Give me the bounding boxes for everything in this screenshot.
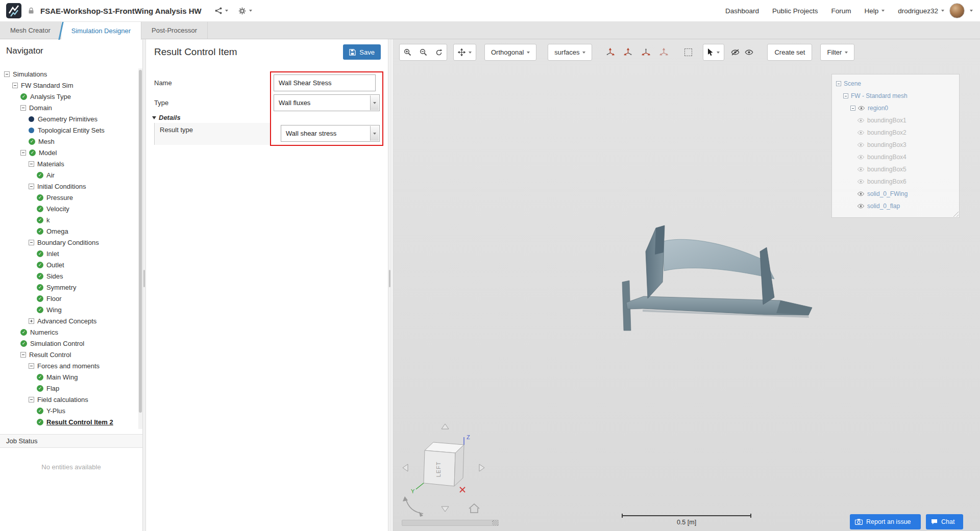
nav-tree-item-domain[interactable]: Domain: [0, 102, 138, 113]
nav-tree-item-field-calculations[interactable]: Field calculations: [0, 394, 138, 405]
scrollbar-thumb[interactable]: [139, 70, 142, 413]
chat-button[interactable]: Chat: [926, 514, 963, 529]
tree-expander-icon[interactable]: [29, 184, 34, 189]
type-select[interactable]: Wall fluxes: [274, 94, 380, 111]
select-arrow-icon[interactable]: [370, 126, 379, 141]
nav-tree-item-air[interactable]: ✓Air: [0, 169, 138, 181]
nav-tree-item-result-control[interactable]: Result Control: [0, 349, 138, 360]
home-view-icon[interactable]: [469, 504, 479, 513]
zoom-out-icon[interactable]: [415, 44, 431, 60]
nav-tree-item-result-control-item-2[interactable]: ✓Result Control Item 2: [0, 416, 138, 427]
orientation-cube[interactable]: LEFT Z Y: [397, 421, 494, 525]
tree-expander-icon[interactable]: [20, 105, 26, 111]
tree-expander-icon[interactable]: [20, 352, 26, 358]
topnav-dashboard[interactable]: Dashboard: [725, 7, 759, 15]
viewer-3d[interactable]: Orthogonal surfaces: [393, 39, 980, 531]
topnav-forum[interactable]: Forum: [831, 7, 851, 15]
viewer-horizontal-scrollbar[interactable]: [402, 520, 499, 526]
nav-tree-item-topological-entity-sets[interactable]: Topological Entity Sets: [0, 124, 138, 136]
nav-tree-item-wing[interactable]: ✓Wing: [0, 304, 138, 315]
tree-expander-icon[interactable]: [29, 363, 34, 369]
share-button[interactable]: [215, 7, 228, 14]
nav-tree-item-simulations[interactable]: Simulations: [0, 68, 138, 80]
nav-tree-item-flap[interactable]: ✓Flap: [0, 383, 138, 394]
rotate-left-arrow[interactable]: [403, 464, 408, 471]
cursor-tool-icon[interactable]: [703, 44, 724, 60]
visibility-eye-icon[interactable]: [857, 167, 864, 172]
box-select-icon[interactable]: [682, 44, 695, 61]
details-section-toggle[interactable]: Details: [152, 114, 181, 121]
navigator-scrollbar[interactable]: [138, 68, 142, 429]
nav-tree-item-k[interactable]: ✓k: [0, 214, 138, 225]
splitter-left[interactable]: [142, 39, 146, 531]
rotate-cw-arrow[interactable]: [406, 498, 423, 514]
nav-tree-item-materials[interactable]: Materials: [0, 158, 138, 169]
create-set-button[interactable]: Create set: [768, 44, 812, 60]
scene-tree-item-boundingbox5[interactable]: boundingBox5: [834, 163, 957, 175]
rotate-up-arrow[interactable]: [442, 424, 449, 429]
rotate-down-arrow[interactable]: [442, 507, 449, 512]
tab-mesh-creator[interactable]: Mesh Creator: [0, 22, 61, 39]
nav-tree-item-model[interactable]: ✓Model: [0, 147, 138, 158]
scene-tree-item-solid-0-fwing[interactable]: solid_0_FWing: [834, 188, 957, 200]
scene-tree-item-boundingbox6[interactable]: boundingBox6: [834, 175, 957, 188]
settings-gear-button[interactable]: [238, 7, 252, 15]
tree-expander-icon[interactable]: [29, 240, 34, 245]
nav-tree-item-omega[interactable]: ✓Omega: [0, 225, 138, 237]
nav-tree-item-initial-conditions[interactable]: Initial Conditions: [0, 181, 138, 192]
tree-expander-icon[interactable]: [836, 81, 841, 86]
refresh-icon[interactable]: [431, 44, 447, 60]
nav-tree-item-fw-standard-sim[interactable]: FW Standard Sim: [0, 80, 138, 91]
tree-expander-icon[interactable]: [20, 150, 26, 156]
nav-tree-item-main-wing[interactable]: ✓Main Wing: [0, 371, 138, 383]
visibility-eye-icon[interactable]: [857, 130, 864, 135]
axes-triad-1-icon[interactable]: [603, 44, 617, 61]
tree-expander-icon[interactable]: [29, 397, 34, 402]
topnav-public-projects[interactable]: Public Projects: [772, 7, 818, 15]
hide-eye-icon[interactable]: [728, 44, 742, 61]
nav-tree-item-inlet[interactable]: ✓Inlet: [0, 248, 138, 259]
filter-dropdown[interactable]: Filter: [821, 44, 854, 60]
nav-tree-item-advanced-concepts[interactable]: Advanced Concepts: [0, 315, 138, 326]
report-issue-button[interactable]: Report an issue: [850, 514, 921, 529]
visibility-eye-icon[interactable]: [857, 191, 864, 196]
tree-expander-icon[interactable]: [29, 318, 34, 324]
pan-tool-icon[interactable]: [454, 44, 476, 60]
render-mode-dropdown[interactable]: surfaces: [548, 44, 592, 60]
visibility-eye-icon[interactable]: [858, 106, 865, 111]
visibility-eye-icon[interactable]: [857, 118, 864, 123]
nav-tree-item-outlet[interactable]: ✓Outlet: [0, 259, 138, 270]
nav-tree-item-pressure[interactable]: ✓Pressure: [0, 192, 138, 203]
job-status-header[interactable]: Job Status: [0, 434, 142, 448]
visibility-eye-icon[interactable]: [857, 179, 864, 184]
scene-tree-item-region0[interactable]: region0: [834, 102, 957, 114]
nav-tree-item-geometry-primitives[interactable]: Geometry Primitives: [0, 113, 138, 124]
nav-tree-item-velocity[interactable]: ✓Velocity: [0, 203, 138, 214]
scene-tree-item-boundingbox4[interactable]: boundingBox4: [834, 151, 957, 163]
nav-tree-item-numerics[interactable]: ✓Numerics: [0, 326, 138, 338]
nav-tree-item-analysis-type[interactable]: ✓Analysis Type: [0, 91, 138, 102]
axes-triad-4-icon[interactable]: [657, 44, 671, 61]
topnav-drodriguez32[interactable]: drodriguez32: [898, 7, 944, 15]
user-menu[interactable]: [949, 3, 973, 18]
visibility-eye-icon[interactable]: [857, 155, 864, 160]
result-type-select[interactable]: Wall shear stress: [281, 125, 380, 142]
nav-tree-item-simulation-control[interactable]: ✓Simulation Control: [0, 338, 138, 349]
scene-tree-item-boundingbox3[interactable]: boundingBox3: [834, 139, 957, 151]
scene-tree-item-scene[interactable]: Scene: [834, 78, 957, 90]
scene-tree-item-boundingbox2[interactable]: boundingBox2: [834, 127, 957, 139]
zoom-in-icon[interactable]: [400, 44, 415, 60]
front-wing-model[interactable]: [612, 222, 816, 332]
visibility-eye-icon[interactable]: [857, 204, 864, 209]
save-button[interactable]: Save: [343, 44, 381, 60]
avatar[interactable]: [949, 3, 965, 18]
show-eye-icon[interactable]: [742, 44, 756, 61]
tree-expander-icon[interactable]: [850, 106, 855, 111]
nav-tree-item-sides[interactable]: ✓Sides: [0, 270, 138, 282]
name-input[interactable]: Wall Shear Stress: [274, 74, 376, 91]
nav-tree-item-symmetry[interactable]: ✓Symmetry: [0, 282, 138, 293]
nav-tree-item-floor[interactable]: ✓Floor: [0, 293, 138, 304]
visibility-eye-icon[interactable]: [857, 142, 864, 147]
tree-expander-icon[interactable]: [843, 93, 848, 98]
app-logo-icon[interactable]: [6, 3, 21, 18]
